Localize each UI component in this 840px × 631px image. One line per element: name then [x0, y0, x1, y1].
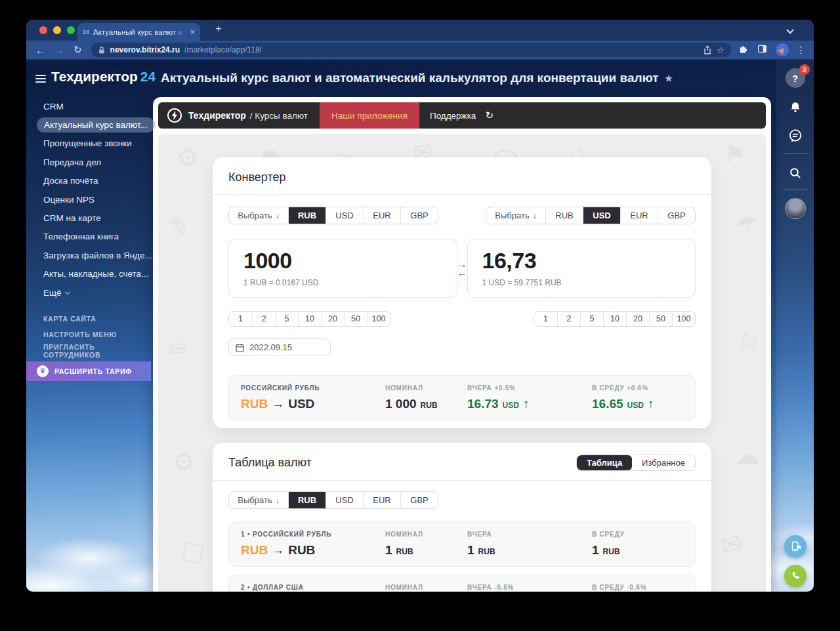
address-bar[interactable]: neverov.bitrix24.ru/marketplace/app/118/…	[91, 43, 731, 57]
from-currency-tab-usd[interactable]: USD	[326, 207, 363, 224]
zoom-window-button[interactable]	[67, 26, 75, 34]
table-currency-tab-rub[interactable]: RUB	[288, 492, 326, 508]
sidebar-item-missed-calls[interactable]: Пропущенные звонки	[26, 134, 151, 153]
messenger-icon[interactable]	[787, 127, 804, 144]
to-currency-tab-usd[interactable]: USD	[583, 207, 620, 224]
notifications-bell-icon[interactable]	[788, 100, 803, 115]
lock-icon	[98, 46, 106, 54]
multiplier-button[interactable]: 2	[252, 312, 275, 326]
reload-button[interactable]: ↻	[74, 44, 82, 56]
sidebar-item-crm[interactable]: CRM	[26, 97, 151, 115]
tab-search-chevron-icon[interactable]	[786, 26, 793, 33]
sidebar-item-documents[interactable]: Акты, накладные, счета...	[26, 265, 151, 283]
browser-menu-icon[interactable]: ⋮	[797, 45, 806, 55]
hamburger-menu-icon[interactable]	[35, 75, 46, 83]
view-tab-favorites[interactable]: Избранное	[632, 455, 695, 470]
yesterday-value: 1RUB	[467, 543, 592, 558]
pattern-glyph: ✎	[165, 211, 193, 243]
new-tab-button[interactable]: +	[215, 22, 222, 35]
upgrade-plan-button[interactable]: ♛ РАСШИРИТЬ ТАРИФ	[26, 361, 151, 381]
invite-employees-link[interactable]: ПРИГЛАСИТЬ СОТРУДНИКОВ	[26, 342, 151, 359]
to-select-dropdown[interactable]: Выбрать↓	[486, 207, 545, 224]
our-apps-button[interactable]: Наши приложения	[320, 102, 419, 129]
calendar-icon	[236, 343, 244, 352]
dropdown-arrow-icon: ↓	[276, 496, 280, 505]
multiplier-button[interactable]: 5	[580, 312, 603, 326]
view-tab-table[interactable]: Таблица	[577, 455, 632, 470]
multiplier-button[interactable]: 20	[626, 312, 649, 326]
browser-tab-active[interactable]: 24 Актуальный курс валют и авт ×	[77, 23, 200, 41]
sidebar-item-nps[interactable]: Оценки NPS	[26, 190, 151, 209]
multiplier-button[interactable]: 100	[672, 312, 695, 326]
currency-pair: RUB → RUB	[241, 543, 385, 558]
configure-menu-link[interactable]: НАСТРОИТЬ МЕНЮ	[26, 327, 151, 343]
sidebar-item-honor-board[interactable]: Доска почёта	[26, 172, 151, 190]
mobile-app-button[interactable]	[784, 535, 807, 558]
bookmark-star-icon[interactable]: ☆	[717, 45, 724, 55]
telephony-button[interactable]	[784, 565, 807, 587]
sidebar-item-phonebook[interactable]: Телефонная книга	[26, 228, 151, 246]
browser-profile-avatar[interactable]	[776, 43, 789, 56]
table-currency-tab-usd[interactable]: USD	[326, 492, 363, 508]
close-window-button[interactable]	[39, 26, 47, 34]
sidebar-item-yandex-upload[interactable]: Загрузка файлов в Янде...	[26, 246, 151, 264]
sidebar-item-case-transfer[interactable]: Передача дел	[26, 153, 151, 171]
back-button[interactable]: ←	[35, 45, 45, 56]
to-currency-tab-eur[interactable]: EUR	[620, 207, 658, 224]
table-currency-tab-gbp[interactable]: GBP	[400, 492, 438, 508]
multiplier-button[interactable]: 50	[649, 312, 672, 326]
multiplier-button[interactable]: 2	[557, 312, 580, 326]
from-currency-tab-eur[interactable]: EUR	[363, 207, 400, 224]
multiplier-button[interactable]: 50	[344, 312, 367, 326]
pattern-glyph: ⚑	[724, 140, 746, 169]
share-icon[interactable]	[703, 45, 712, 55]
app-toolbar: Техдиректор / Курсы валют Наши приложени…	[158, 102, 766, 129]
sidebar-item-more[interactable]: Ещё	[26, 283, 151, 302]
dropdown-arrow-icon: ↓	[276, 211, 280, 220]
portal-brand-suffix: 24	[140, 69, 156, 84]
sidebar-item-crm-map[interactable]: CRM на карте	[26, 209, 151, 227]
close-tab-icon[interactable]: ×	[190, 27, 195, 37]
pattern-glyph: ☂	[732, 209, 761, 243]
swap-currencies-icon[interactable]: →←	[457, 260, 467, 277]
table-select-dropdown[interactable]: Выбрать↓	[229, 492, 288, 508]
phone-icon	[789, 570, 801, 582]
help-button[interactable]: ? 3	[786, 68, 805, 88]
table-currency-select: Выбрать↓ RUB USD EUR GBP	[228, 491, 438, 509]
multiplier-button[interactable]: 20	[321, 312, 344, 326]
to-multiplier-group: 1 2 5 10 20 50 100	[534, 311, 696, 327]
date-value: 2022.09.15	[249, 342, 292, 352]
multiplier-button[interactable]: 1	[534, 312, 557, 326]
multiplier-button[interactable]: 100	[367, 312, 390, 326]
from-currency-tab-gbp[interactable]: GBP	[400, 207, 438, 224]
multiplier-button[interactable]: 5	[275, 312, 298, 326]
multiplier-button[interactable]: 1	[229, 312, 252, 326]
support-button[interactable]: Поддержка	[430, 111, 476, 121]
extensions-icon[interactable]	[738, 43, 749, 57]
to-currency-tab-rub[interactable]: RUB	[545, 207, 583, 224]
date-picker[interactable]: 2022.09.15	[228, 338, 331, 356]
multiplier-button[interactable]: 10	[298, 312, 321, 326]
portal-logo[interactable]: Техдиректор24	[51, 69, 156, 85]
to-currency-tab-gbp[interactable]: GBP	[658, 207, 695, 224]
pattern-glyph: ✉	[718, 528, 746, 561]
minimize-window-button[interactable]	[53, 26, 61, 34]
from-currency-tab-rub[interactable]: RUB	[288, 207, 326, 224]
multiplier-button[interactable]: 10	[603, 312, 626, 326]
forward-button[interactable]: →	[54, 45, 64, 56]
currency-name: РОССИЙСКИЙ РУБЛЬ	[241, 384, 385, 392]
favorite-star-icon[interactable]: ★	[664, 73, 673, 84]
to-amount-input[interactable]: 16,73 1 USD = 59.7751 RUB	[467, 239, 696, 298]
arrow-right-icon: →	[272, 543, 284, 558]
from-amount-input[interactable]: 1000 1 RUB = 0.0167 USD	[228, 239, 457, 298]
sidebar-item-currency-rates[interactable]: Актуальный курс валют...	[26, 115, 151, 134]
app-refresh-icon[interactable]: ↻	[485, 110, 494, 121]
bitrix24-page: Техдиректор24 Актуальный курс валют и ав…	[26, 60, 814, 592]
nominal-label: НОМИНАЛ	[385, 584, 467, 591]
search-icon[interactable]	[788, 166, 803, 180]
side-panel-icon[interactable]	[757, 43, 768, 57]
user-avatar[interactable]	[785, 198, 806, 219]
from-select-dropdown[interactable]: Выбрать↓	[229, 207, 288, 224]
sitemap-link[interactable]: КАРТА САЙТА	[26, 310, 151, 327]
table-currency-tab-eur[interactable]: EUR	[363, 492, 400, 508]
